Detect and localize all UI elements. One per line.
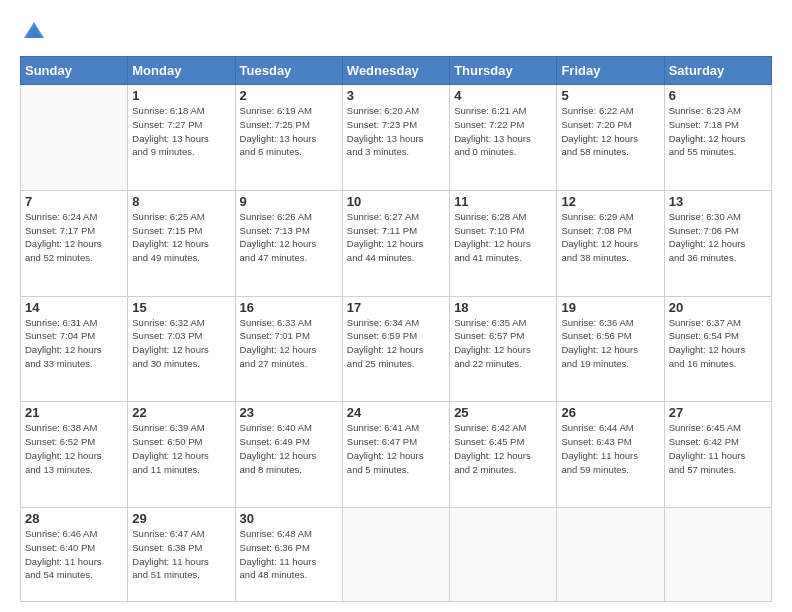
calendar-cell: 27Sunrise: 6:45 AM Sunset: 6:42 PM Dayli…: [664, 402, 771, 508]
day-number: 11: [454, 194, 552, 209]
day-number: 15: [132, 300, 230, 315]
calendar-cell: 9Sunrise: 6:26 AM Sunset: 7:13 PM Daylig…: [235, 190, 342, 296]
weekday-friday: Friday: [557, 57, 664, 85]
calendar-cell: 4Sunrise: 6:21 AM Sunset: 7:22 PM Daylig…: [450, 85, 557, 191]
calendar-cell: [21, 85, 128, 191]
day-info: Sunrise: 6:19 AM Sunset: 7:25 PM Dayligh…: [240, 104, 338, 159]
weekday-monday: Monday: [128, 57, 235, 85]
day-info: Sunrise: 6:27 AM Sunset: 7:11 PM Dayligh…: [347, 210, 445, 265]
day-number: 28: [25, 511, 123, 526]
day-number: 12: [561, 194, 659, 209]
calendar-cell: 21Sunrise: 6:38 AM Sunset: 6:52 PM Dayli…: [21, 402, 128, 508]
day-number: 17: [347, 300, 445, 315]
calendar-cell: 1Sunrise: 6:18 AM Sunset: 7:27 PM Daylig…: [128, 85, 235, 191]
day-info: Sunrise: 6:29 AM Sunset: 7:08 PM Dayligh…: [561, 210, 659, 265]
calendar-cell: 10Sunrise: 6:27 AM Sunset: 7:11 PM Dayli…: [342, 190, 449, 296]
day-number: 29: [132, 511, 230, 526]
day-number: 30: [240, 511, 338, 526]
day-info: Sunrise: 6:28 AM Sunset: 7:10 PM Dayligh…: [454, 210, 552, 265]
day-number: 3: [347, 88, 445, 103]
day-number: 16: [240, 300, 338, 315]
calendar-cell: 11Sunrise: 6:28 AM Sunset: 7:10 PM Dayli…: [450, 190, 557, 296]
day-number: 5: [561, 88, 659, 103]
day-info: Sunrise: 6:45 AM Sunset: 6:42 PM Dayligh…: [669, 421, 767, 476]
calendar-cell: 23Sunrise: 6:40 AM Sunset: 6:49 PM Dayli…: [235, 402, 342, 508]
weekday-thursday: Thursday: [450, 57, 557, 85]
calendar-cell: 18Sunrise: 6:35 AM Sunset: 6:57 PM Dayli…: [450, 296, 557, 402]
day-number: 4: [454, 88, 552, 103]
logo-icon: [20, 18, 48, 46]
weekday-saturday: Saturday: [664, 57, 771, 85]
calendar-cell: 3Sunrise: 6:20 AM Sunset: 7:23 PM Daylig…: [342, 85, 449, 191]
day-number: 10: [347, 194, 445, 209]
day-number: 27: [669, 405, 767, 420]
day-info: Sunrise: 6:37 AM Sunset: 6:54 PM Dayligh…: [669, 316, 767, 371]
day-info: Sunrise: 6:48 AM Sunset: 6:36 PM Dayligh…: [240, 527, 338, 582]
day-info: Sunrise: 6:31 AM Sunset: 7:04 PM Dayligh…: [25, 316, 123, 371]
day-info: Sunrise: 6:35 AM Sunset: 6:57 PM Dayligh…: [454, 316, 552, 371]
calendar-cell: 6Sunrise: 6:23 AM Sunset: 7:18 PM Daylig…: [664, 85, 771, 191]
calendar-cell: 20Sunrise: 6:37 AM Sunset: 6:54 PM Dayli…: [664, 296, 771, 402]
logo: [20, 18, 52, 46]
calendar-cell: 14Sunrise: 6:31 AM Sunset: 7:04 PM Dayli…: [21, 296, 128, 402]
day-number: 18: [454, 300, 552, 315]
weekday-tuesday: Tuesday: [235, 57, 342, 85]
calendar-cell: 28Sunrise: 6:46 AM Sunset: 6:40 PM Dayli…: [21, 508, 128, 602]
day-info: Sunrise: 6:47 AM Sunset: 6:38 PM Dayligh…: [132, 527, 230, 582]
calendar-cell: 26Sunrise: 6:44 AM Sunset: 6:43 PM Dayli…: [557, 402, 664, 508]
day-number: 1: [132, 88, 230, 103]
day-info: Sunrise: 6:40 AM Sunset: 6:49 PM Dayligh…: [240, 421, 338, 476]
calendar-cell: [664, 508, 771, 602]
week-row-5: 28Sunrise: 6:46 AM Sunset: 6:40 PM Dayli…: [21, 508, 772, 602]
calendar-cell: 25Sunrise: 6:42 AM Sunset: 6:45 PM Dayli…: [450, 402, 557, 508]
weekday-sunday: Sunday: [21, 57, 128, 85]
calendar-cell: 16Sunrise: 6:33 AM Sunset: 7:01 PM Dayli…: [235, 296, 342, 402]
day-info: Sunrise: 6:26 AM Sunset: 7:13 PM Dayligh…: [240, 210, 338, 265]
day-info: Sunrise: 6:18 AM Sunset: 7:27 PM Dayligh…: [132, 104, 230, 159]
calendar-cell: [450, 508, 557, 602]
day-number: 26: [561, 405, 659, 420]
calendar-cell: [557, 508, 664, 602]
day-info: Sunrise: 6:32 AM Sunset: 7:03 PM Dayligh…: [132, 316, 230, 371]
week-row-3: 14Sunrise: 6:31 AM Sunset: 7:04 PM Dayli…: [21, 296, 772, 402]
calendar-cell: 13Sunrise: 6:30 AM Sunset: 7:06 PM Dayli…: [664, 190, 771, 296]
calendar-cell: 2Sunrise: 6:19 AM Sunset: 7:25 PM Daylig…: [235, 85, 342, 191]
calendar-cell: 19Sunrise: 6:36 AM Sunset: 6:56 PM Dayli…: [557, 296, 664, 402]
weekday-header-row: SundayMondayTuesdayWednesdayThursdayFrid…: [21, 57, 772, 85]
day-number: 7: [25, 194, 123, 209]
calendar-cell: 7Sunrise: 6:24 AM Sunset: 7:17 PM Daylig…: [21, 190, 128, 296]
day-info: Sunrise: 6:34 AM Sunset: 6:59 PM Dayligh…: [347, 316, 445, 371]
day-info: Sunrise: 6:42 AM Sunset: 6:45 PM Dayligh…: [454, 421, 552, 476]
calendar-cell: 29Sunrise: 6:47 AM Sunset: 6:38 PM Dayli…: [128, 508, 235, 602]
day-number: 14: [25, 300, 123, 315]
day-info: Sunrise: 6:39 AM Sunset: 6:50 PM Dayligh…: [132, 421, 230, 476]
day-info: Sunrise: 6:44 AM Sunset: 6:43 PM Dayligh…: [561, 421, 659, 476]
calendar-cell: 12Sunrise: 6:29 AM Sunset: 7:08 PM Dayli…: [557, 190, 664, 296]
day-info: Sunrise: 6:24 AM Sunset: 7:17 PM Dayligh…: [25, 210, 123, 265]
day-number: 19: [561, 300, 659, 315]
header: [20, 18, 772, 46]
day-number: 24: [347, 405, 445, 420]
day-info: Sunrise: 6:41 AM Sunset: 6:47 PM Dayligh…: [347, 421, 445, 476]
day-number: 6: [669, 88, 767, 103]
day-info: Sunrise: 6:23 AM Sunset: 7:18 PM Dayligh…: [669, 104, 767, 159]
day-number: 2: [240, 88, 338, 103]
calendar-cell: 5Sunrise: 6:22 AM Sunset: 7:20 PM Daylig…: [557, 85, 664, 191]
day-info: Sunrise: 6:21 AM Sunset: 7:22 PM Dayligh…: [454, 104, 552, 159]
calendar-cell: 30Sunrise: 6:48 AM Sunset: 6:36 PM Dayli…: [235, 508, 342, 602]
day-info: Sunrise: 6:36 AM Sunset: 6:56 PM Dayligh…: [561, 316, 659, 371]
day-number: 22: [132, 405, 230, 420]
day-number: 23: [240, 405, 338, 420]
calendar-cell: 24Sunrise: 6:41 AM Sunset: 6:47 PM Dayli…: [342, 402, 449, 508]
day-number: 25: [454, 405, 552, 420]
day-number: 13: [669, 194, 767, 209]
page: SundayMondayTuesdayWednesdayThursdayFrid…: [0, 0, 792, 612]
calendar-cell: 22Sunrise: 6:39 AM Sunset: 6:50 PM Dayli…: [128, 402, 235, 508]
calendar-cell: [342, 508, 449, 602]
calendar-cell: 15Sunrise: 6:32 AM Sunset: 7:03 PM Dayli…: [128, 296, 235, 402]
week-row-1: 1Sunrise: 6:18 AM Sunset: 7:27 PM Daylig…: [21, 85, 772, 191]
day-info: Sunrise: 6:25 AM Sunset: 7:15 PM Dayligh…: [132, 210, 230, 265]
weekday-wednesday: Wednesday: [342, 57, 449, 85]
calendar-table: SundayMondayTuesdayWednesdayThursdayFrid…: [20, 56, 772, 602]
week-row-4: 21Sunrise: 6:38 AM Sunset: 6:52 PM Dayli…: [21, 402, 772, 508]
